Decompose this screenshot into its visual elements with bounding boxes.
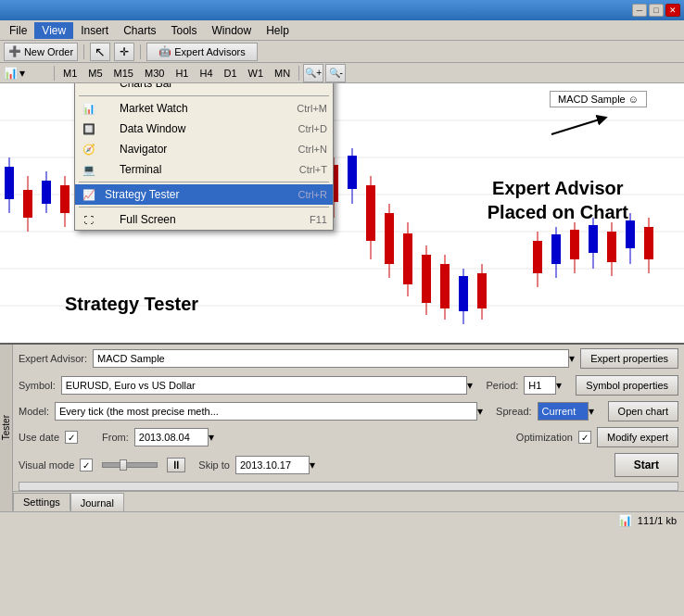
skip-to-label: Skip to — [198, 459, 230, 471]
speed-slider-thumb[interactable] — [120, 459, 127, 471]
marketwatch-shortcut: Ctrl+M — [297, 103, 327, 114]
modify-expert-button[interactable]: Modify expert — [597, 427, 678, 447]
tab-settings[interactable]: Settings — [13, 493, 70, 511]
maximize-button[interactable]: □ — [649, 4, 664, 17]
st-annotation: Strategy Tester — [65, 294, 198, 315]
strategytester-icon: 📈 — [81, 187, 97, 202]
pause-button[interactable]: ⏸ — [167, 458, 185, 472]
close-button[interactable]: ✕ — [665, 4, 680, 17]
expert-properties-button[interactable]: Expert properties — [580, 348, 678, 369]
spread-dropdown[interactable]: ▾ — [538, 402, 602, 421]
tf-m15[interactable]: M15 — [109, 67, 138, 80]
datawindow-label: Data Window — [101, 122, 280, 135]
use-date-checkbox[interactable]: ✓ — [65, 431, 78, 444]
svg-rect-54 — [570, 230, 579, 259]
from-dropdown[interactable]: ▾ — [134, 428, 227, 446]
strategytester-shortcut: Ctrl+R — [298, 189, 327, 200]
optimization-checkbox[interactable]: ✓ — [578, 431, 591, 444]
menu-item-market-watch[interactable]: 📊 Market Watch Ctrl+M — [75, 98, 333, 119]
toolbar-cursor[interactable]: ↖ — [90, 43, 110, 61]
menu-insert[interactable]: Insert — [73, 22, 116, 39]
symbol-input[interactable] — [61, 376, 468, 395]
menu-help[interactable]: Help — [259, 22, 297, 39]
tf-m1[interactable]: M1 — [58, 67, 82, 80]
ea-arrow[interactable]: ▾ — [569, 352, 575, 365]
visual-row: Visual mode ✓ ⏸ Skip to ▾ Start — [13, 452, 684, 478]
symbol-row: Symbol: ▾ Period: ▾ Symbol properties — [13, 374, 684, 396]
tester-side-label: Tester — [1, 415, 11, 440]
tf-m30[interactable]: M30 — [140, 67, 169, 80]
tf-mn[interactable]: MN — [270, 67, 295, 80]
period-arrow[interactable]: ▾ — [556, 379, 562, 392]
navigator-label: Navigator — [101, 143, 280, 156]
menu-tools[interactable]: Tools — [164, 22, 205, 39]
svg-rect-42 — [422, 255, 431, 303]
tf-w1[interactable]: W1 — [244, 67, 269, 80]
menu-item-data-window[interactable]: 🔲 Data Window Ctrl+D — [75, 119, 333, 139]
menu-view[interactable]: View — [34, 22, 73, 39]
symbol-arrow[interactable]: ▾ — [467, 379, 473, 392]
model-arrow[interactable]: ▾ — [477, 405, 483, 418]
symbol-label: Symbol: — [19, 380, 56, 391]
view-dropdown-menu: Languages ▶ Toolbars ▶ ✓ Status Bar Char… — [74, 83, 334, 231]
start-button[interactable]: Start — [614, 453, 678, 477]
speed-slider[interactable] — [102, 462, 158, 468]
skip-to-input[interactable] — [235, 456, 310, 474]
progress-bar — [19, 482, 678, 491]
zoom-in[interactable]: 🔍+ — [303, 64, 323, 82]
menu-item-full-screen[interactable]: ⛶ Full Screen F11 — [75, 209, 333, 230]
period-dropdown[interactable]: ▾ — [524, 376, 570, 395]
model-dropdown[interactable]: ▾ — [55, 402, 483, 421]
spread-label: Spread: — [496, 406, 532, 417]
symbol-dropdown[interactable]: ▾ — [61, 376, 474, 395]
tab-journal[interactable]: Journal — [70, 493, 124, 511]
menu-charts[interactable]: Charts — [116, 22, 163, 39]
from-arrow[interactable]: ▾ — [209, 431, 214, 444]
period-input[interactable] — [524, 376, 556, 395]
new-order-btn[interactable]: ➕ New Order — [4, 43, 78, 61]
tf-d1[interactable]: D1 — [220, 67, 242, 80]
model-row: Model: ▾ Spread: ▾ Open chart — [13, 400, 684, 422]
open-chart-button[interactable]: Open chart — [608, 401, 678, 421]
menu-window[interactable]: Window — [205, 22, 260, 39]
ea-row: Expert Advisor: MACD Sample ▾ Expert pro… — [13, 345, 684, 371]
terminal-icon: 💻 — [81, 162, 97, 177]
minimize-button[interactable]: ─ — [632, 4, 647, 17]
strategytester-label: Strategy Tester — [101, 188, 280, 201]
expert-advisors-btn[interactable]: 🤖 Expert Advisors — [146, 43, 258, 61]
zoom-out[interactable]: 🔍- — [325, 64, 346, 82]
menu-file[interactable]: File — [2, 22, 34, 39]
status-chart-icon: 📊 — [618, 514, 632, 527]
menu-item-navigator[interactable]: 🧭 Navigator Ctrl+N — [75, 139, 333, 159]
chart-type-selector: 📊 ▾ — [4, 67, 50, 80]
tf-m5[interactable]: M5 — [83, 67, 107, 80]
model-label: Model: — [19, 406, 49, 417]
skip-to-dropdown[interactable]: ▾ — [235, 456, 328, 474]
spread-input[interactable] — [538, 402, 589, 421]
from-input[interactable] — [134, 428, 209, 446]
macd-label-text: MACD Sample ☺ — [558, 94, 639, 105]
optimization-label: Optimization — [516, 432, 573, 443]
ea-input[interactable]: MACD Sample — [93, 349, 569, 368]
toolbar-separator2 — [140, 44, 141, 59]
svg-rect-34 — [348, 156, 357, 189]
model-input[interactable] — [55, 402, 477, 421]
visual-mode-checkbox[interactable]: ✓ — [80, 459, 93, 471]
menu-item-strategy-tester[interactable]: 📈 Strategy Tester Ctrl+R — [75, 184, 333, 205]
symbol-properties-button[interactable]: Symbol properties — [576, 375, 678, 396]
toolbar-cross[interactable]: ✛ — [114, 43, 134, 61]
svg-rect-62 — [644, 227, 653, 259]
chart-type-arrow[interactable]: ▾ — [19, 67, 25, 80]
spread-arrow[interactable]: ▾ — [589, 405, 594, 418]
bottom-content: Expert Advisor: MACD Sample ▾ Expert pro… — [13, 345, 684, 511]
ea-dropdown[interactable]: MACD Sample ▾ — [93, 349, 575, 368]
tf-h1[interactable]: H1 — [171, 67, 193, 80]
new-order-icon: ➕ — [8, 45, 21, 57]
tf-h4[interactable]: H4 — [195, 67, 217, 80]
skip-to-arrow[interactable]: ▾ — [310, 459, 315, 471]
menu-item-terminal[interactable]: 💻 Terminal Ctrl+T — [75, 159, 333, 180]
visual-mode-label: Visual mode — [19, 459, 74, 471]
chart-area: MACD Sample ☺ Expert AdvisorPlaced on Ch… — [0, 83, 684, 343]
ea-annotation: Expert AdvisorPlaced on Chart — [488, 176, 628, 224]
menu-item-charts-bar[interactable]: Charts Bar — [75, 83, 333, 94]
